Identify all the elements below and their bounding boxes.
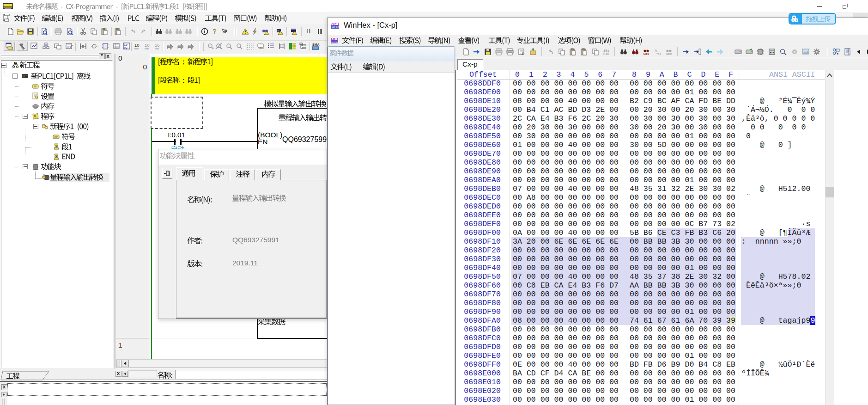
svg-text:HEX: HEX [643,53,649,55]
svg-text:HEX: HEX [666,53,672,55]
svg-text:min: min [155,47,159,50]
svg-text:A: A [655,49,657,53]
svg-text:WORKS: WORKS [331,41,338,44]
svg-text:min: min [145,47,149,50]
svg-text:?: ? [213,28,217,35]
svg-text:SMA: SMA [312,43,320,46]
svg-text:02: 02 [124,46,128,49]
svg-text:010: 010 [603,52,609,55]
svg-text:WORKS: WORKS [332,25,339,29]
svg-text:min: min [134,47,139,50]
svg-text:H: H [280,44,282,47]
svg-text:B: B [658,52,661,55]
